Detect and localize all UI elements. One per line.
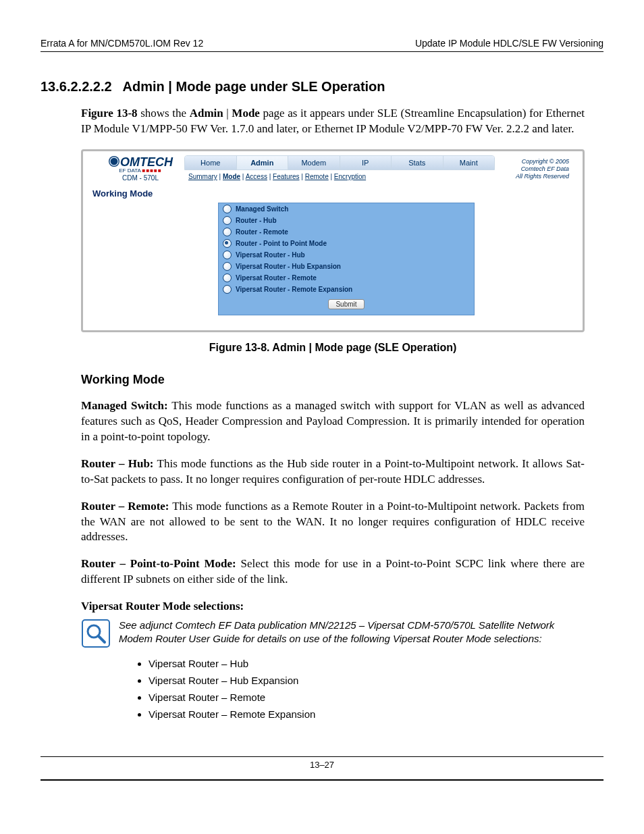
tab-modem[interactable]: Modem bbox=[288, 156, 340, 170]
list-item: Vipersat Router – Hub bbox=[149, 655, 585, 672]
option-vipersat-remote-exp[interactable]: Vipersat Router - Remote Expansion bbox=[219, 284, 474, 295]
working-mode-panel: Managed Switch Router - Hub Router - Rem… bbox=[218, 203, 475, 315]
mode-desc-router-p2p: Router – Point-to-Point Mode: Select thi… bbox=[81, 556, 585, 588]
copyright-block: Copyright © 2005 Comtech EF Data All Rig… bbox=[495, 155, 569, 181]
radio-icon bbox=[223, 205, 232, 213]
radio-icon bbox=[223, 251, 232, 259]
subtab-summary[interactable]: Summary bbox=[188, 173, 217, 180]
header-rule bbox=[41, 51, 603, 52]
section-heading: 13.6.2.2.2.2 Admin | Mode page under SLE… bbox=[41, 79, 603, 95]
tab-home[interactable]: Home bbox=[185, 156, 237, 170]
header-left: Errata A for MN/CDM570L.IOM Rev 12 bbox=[41, 38, 203, 49]
vipersat-heading: Vipersat Router Mode selections: bbox=[81, 599, 585, 615]
option-router-p2p[interactable]: Router - Point to Point Mode bbox=[219, 238, 474, 249]
subtab-encryption[interactable]: Encryption bbox=[334, 173, 366, 180]
admin-mode-screenshot: OMTECH EF DATA ■■■■■ CDM - 570L Home Adm… bbox=[81, 149, 585, 332]
figure-intro: Figure 13-8 shows the Admin | Mode page … bbox=[81, 106, 585, 137]
figure-caption: Figure 13-8. Admin | Mode page (SLE Oper… bbox=[81, 342, 585, 354]
brand-logo: OMTECH EF DATA ■■■■■ CDM - 570L bbox=[97, 155, 184, 182]
radio-icon bbox=[223, 228, 232, 236]
option-managed-switch[interactable]: Managed Switch bbox=[219, 203, 474, 215]
header-right: Update IP Module HDLC/SLE FW Versioning bbox=[415, 38, 603, 49]
tab-admin[interactable]: Admin bbox=[237, 156, 289, 170]
list-item: Vipersat Router – Remote bbox=[149, 689, 585, 706]
tab-stats[interactable]: Stats bbox=[392, 156, 444, 170]
mode-desc-router-remote: Router – Remote: This mode functions as … bbox=[81, 499, 585, 546]
note-text: See adjunct Comtech EF Data publication … bbox=[119, 619, 585, 646]
radio-icon bbox=[223, 273, 232, 282]
option-router-remote[interactable]: Router - Remote bbox=[219, 226, 474, 238]
radio-icon bbox=[223, 262, 232, 271]
main-tab-bar: Home Admin Modem IP Stats Maint bbox=[184, 155, 495, 170]
mode-desc-managed-switch: Managed Switch: This mode functions as a… bbox=[81, 398, 585, 445]
page-footer: 13–27 bbox=[41, 756, 603, 781]
radio-icon bbox=[223, 239, 232, 248]
submit-button[interactable]: Submit bbox=[328, 299, 364, 309]
list-item: Vipersat Router – Remote Expansion bbox=[149, 706, 585, 723]
note-block: See adjunct Comtech EF Data publication … bbox=[81, 619, 585, 648]
subtab-remote[interactable]: Remote bbox=[305, 173, 329, 180]
page-number: 13–27 bbox=[41, 757, 603, 773]
tab-ip[interactable]: IP bbox=[340, 156, 392, 170]
vipersat-list: Vipersat Router – Hub Vipersat Router – … bbox=[81, 655, 585, 723]
option-vipersat-remote[interactable]: Vipersat Router - Remote bbox=[219, 272, 474, 284]
page-header: Errata A for MN/CDM570L.IOM Rev 12 Updat… bbox=[41, 38, 603, 49]
radio-icon bbox=[223, 216, 232, 225]
panel-section-label: Working Mode bbox=[83, 183, 583, 203]
subtab-access[interactable]: Access bbox=[246, 173, 267, 180]
option-vipersat-hub[interactable]: Vipersat Router - Hub bbox=[219, 249, 474, 261]
list-item: Vipersat Router – Hub Expansion bbox=[149, 672, 585, 689]
sub-tab-bar: Summary | Mode | Access | Features | Rem… bbox=[184, 170, 495, 183]
option-vipersat-hub-exp[interactable]: Vipersat Router - Hub Expansion bbox=[219, 261, 474, 272]
mode-desc-router-hub: Router – Hub: This mode functions as the… bbox=[81, 457, 585, 488]
subtab-features[interactable]: Features bbox=[273, 173, 299, 180]
tab-maint[interactable]: Maint bbox=[444, 156, 495, 170]
radio-icon bbox=[223, 285, 232, 294]
working-mode-heading: Working Mode bbox=[81, 373, 585, 387]
option-router-hub[interactable]: Router - Hub bbox=[219, 215, 474, 226]
subtab-mode[interactable]: Mode bbox=[223, 173, 240, 180]
magnifier-icon bbox=[81, 619, 111, 648]
